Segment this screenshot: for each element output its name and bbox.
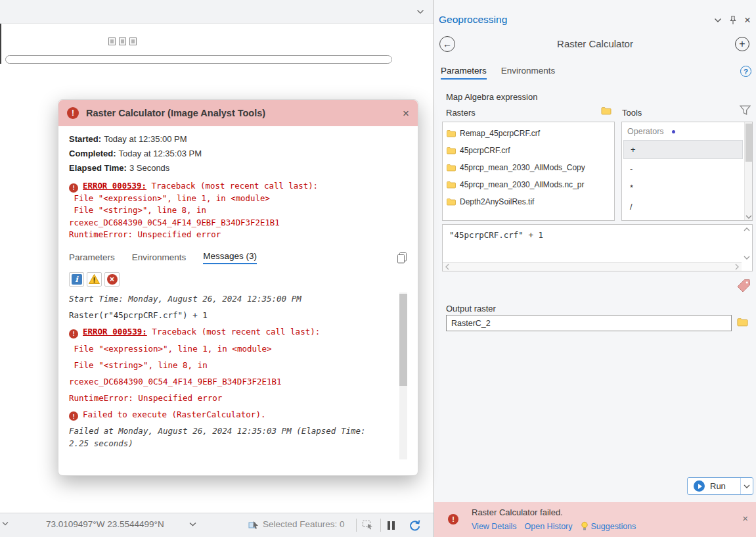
message-traceback-line: rcexec_DC684390_0C54_4F14_9EBF_B34DF3F2E… (69, 375, 390, 388)
statusbar-divider (356, 519, 357, 532)
expression-vscroll[interactable] (742, 225, 752, 262)
dialog-body: Started:Today at 12:35:00 PM Completed:T… (58, 126, 418, 462)
view-details-link[interactable]: View Details (472, 522, 517, 531)
expression-input[interactable]: "45pcrpCRF.crf" + 1 (442, 224, 753, 271)
started-line: Started:Today at 12:35:00 PM (69, 135, 407, 143)
selected-features-label[interactable]: Selected Features: 0 (263, 519, 345, 529)
message-start-time: Start Time: Monday, August 26, 2024 12:3… (69, 292, 390, 305)
message-filter-buttons: i × (69, 272, 407, 287)
raster-list-item[interactable]: 45prcp_mean_2030_AllMods.nc_pr (443, 176, 614, 193)
operator-item[interactable]: + (623, 140, 743, 159)
operator-item[interactable]: * (623, 178, 743, 197)
run-button-main[interactable]: Run (688, 478, 740, 494)
panel-window-controls: × (714, 14, 751, 26)
output-raster-input[interactable] (446, 315, 732, 331)
error-icon: ! (69, 329, 78, 339)
filter-error-button[interactable]: × (104, 272, 120, 287)
plus-icon: + (739, 38, 745, 50)
completed-line: Completed:Today at 12:35:03 PM (69, 149, 407, 158)
tab-environments[interactable]: Environments (501, 66, 556, 80)
traceback-line: rcexec_DC684390_0C54_4F14_9EBF_B34DF3F2E… (69, 217, 407, 229)
filter-icon[interactable] (740, 105, 751, 115)
statusbar-expand-chevron-icon[interactable] (2, 521, 9, 526)
rasters-folder-icon[interactable] (601, 106, 611, 115)
error-line: !ERROR 000539: Traceback (most recent ca… (69, 180, 407, 193)
notification-message: Raster Calculator failed. (472, 507, 563, 517)
completed-label: Completed: (69, 149, 116, 158)
refresh-icon[interactable] (409, 519, 421, 532)
folder-icon (447, 164, 456, 172)
scrollbar-thumb[interactable] (745, 124, 752, 162)
scroll-right-chevron-icon (735, 264, 739, 270)
notification-dot (672, 130, 675, 133)
started-label: Started: (69, 134, 101, 144)
folder-icon (447, 198, 456, 206)
coordinates-display[interactable]: 73.0109497°W 23.5544499°N (46, 519, 164, 529)
failure-notification: ! Raster Calculator failed. View Details… (434, 502, 756, 537)
pause-drawing-icon[interactable] (388, 521, 397, 532)
raster-list-item[interactable]: 45prcp_mean_2030_AllMods_Copy (443, 159, 614, 176)
dialog-tab-messages[interactable]: Messages (3) (203, 251, 257, 264)
folder-icon (447, 129, 456, 137)
raster-list-item[interactable]: Remap_45pcrpCRF.crf (443, 125, 614, 142)
panel-menu-chevron-icon[interactable] (714, 18, 722, 23)
rasters-list: Remap_45pcrpCRF.crf 45pcrpCRF.crf 45prcp… (442, 122, 615, 221)
notification-links: View Details Open History Suggestions (472, 521, 636, 531)
operator-item[interactable]: / (623, 197, 743, 216)
help-icon[interactable]: ? (740, 66, 751, 77)
coordinates-dropdown-chevron-icon[interactable] (189, 522, 196, 526)
pin-icon[interactable] (729, 15, 737, 25)
panel-close-icon[interactable]: × (744, 14, 751, 26)
error-icon: ! (69, 411, 78, 421)
filter-warning-button[interactable] (87, 272, 102, 287)
ribbon-expand-chevron-icon[interactable] (416, 9, 424, 14)
selected-features-icon[interactable] (248, 520, 259, 530)
mini-toolbar-icon[interactable] (119, 37, 126, 45)
operators-header: Operators (622, 122, 752, 140)
arcgis-pro-window: 73.0109497°W 23.5544499°N Selected Featu… (0, 0, 756, 537)
raster-list-item[interactable]: 45pcrpCRF.crf (443, 142, 614, 159)
open-history-link[interactable]: Open History (525, 522, 573, 531)
completed-value: Today at 12:35:03 PM (119, 149, 202, 158)
dialog-close-icon[interactable]: × (403, 108, 409, 119)
operator-item[interactable]: - (623, 159, 743, 178)
error-intro: Traceback (most recent call last): (147, 327, 320, 337)
raster-name: 45prcp_mean_2030_AllMods_Copy (460, 163, 585, 172)
add-to-project-button[interactable]: + (735, 37, 749, 51)
output-raster-label: Output raster (446, 304, 496, 314)
dialog-tab-parameters[interactable]: Parameters (69, 252, 115, 264)
info-icon: i (72, 274, 82, 285)
tag-icon[interactable] (736, 279, 751, 292)
expression-hscroll[interactable] (443, 262, 742, 271)
copy-messages-icon[interactable] (397, 252, 407, 264)
elapsed-value: 3 Seconds (129, 163, 169, 173)
notification-close-icon[interactable]: × (742, 513, 748, 524)
run-button[interactable]: Run (687, 477, 753, 495)
lightbulb-icon (581, 521, 589, 531)
run-options-chevron-icon[interactable] (740, 478, 753, 494)
traceback-line: RuntimeError: Unspecified error (69, 229, 407, 241)
message-failed-time: Failed at Monday, August 26, 2024 12:35:… (69, 425, 390, 450)
started-value: Today at 12:35:00 PM (104, 134, 187, 144)
map-view-left-border (0, 24, 1, 64)
tools-label: Tools (622, 108, 642, 118)
scrollbar-thumb[interactable] (399, 294, 407, 386)
raster-list-item[interactable]: Depth2AnySoilRes.tif (443, 193, 614, 210)
operators-scrollbar[interactable] (744, 122, 752, 220)
search-input[interactable] (5, 55, 392, 64)
elapsed-label: Elapsed Time: (69, 163, 127, 173)
scroll-down-chevron-icon (744, 256, 750, 260)
error-icon: ! (69, 183, 78, 193)
select-tool-icon[interactable] (362, 520, 374, 530)
mini-toolbar-icon[interactable] (108, 37, 116, 45)
dialog-tab-environments[interactable]: Environments (132, 252, 187, 264)
mini-toolbar-icon[interactable] (129, 37, 137, 45)
browse-folder-icon[interactable] (737, 317, 748, 327)
tab-parameters[interactable]: Parameters (441, 66, 487, 80)
messages-scrollbar (399, 292, 407, 459)
message-traceback-line: File "<string>", line 8, in (69, 359, 390, 371)
suggestions-link[interactable]: Suggestions (591, 522, 636, 531)
scroll-down-chevron-icon[interactable] (745, 215, 752, 219)
filter-info-button[interactable]: i (69, 272, 84, 287)
scroll-up-chevron-icon (744, 227, 750, 231)
